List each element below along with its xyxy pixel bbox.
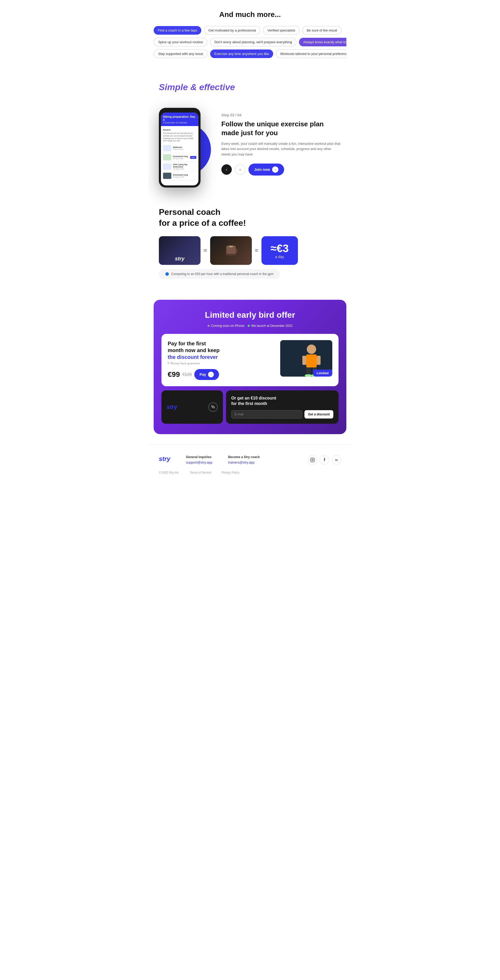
workout-name-2: Downward dog [173, 155, 188, 158]
tag-workouts-tailored[interactable]: Workouts tailored to your personal prefe… [276, 49, 346, 58]
tag-always-know[interactable]: Always know exactly what to do [299, 38, 346, 46]
phone-mockup: Hiking preparation: Day 3 4 Exercises 10… [159, 103, 211, 186]
tag-exercise-anywhere[interactable]: Exercise any time anywhere you like [210, 49, 273, 58]
tag-result[interactable]: Be sure of the result [303, 26, 341, 35]
discount-input-row: Get a discount [231, 410, 333, 418]
tags-section: And much more... Find a coach in a few t… [148, 0, 352, 67]
gym-image: stry [159, 236, 201, 265]
terms-link[interactable]: Terms of Service [190, 471, 211, 474]
phone-screen-title: Hiking preparation: Day 3 [163, 115, 196, 121]
coffee-image [210, 236, 252, 265]
step-desc: Every week, your coach will manually cre… [221, 141, 341, 157]
discount-card: Or get an €10 discountfor the first mont… [226, 390, 339, 424]
simple-section: Simple & effective Hiking preparation: D… [148, 67, 352, 202]
simple-content: Hiking preparation: Day 3 4 Exercises 10… [159, 103, 341, 186]
step-title: Follow the unique exercise plan made jus… [221, 120, 341, 137]
prev-button[interactable]: ‹ [221, 164, 232, 175]
phone-screen-header: Hiking preparation: Day 3 4 Exercises 10… [161, 113, 198, 126]
join-now-button[interactable]: Join now → [248, 164, 284, 175]
svg-point-4 [228, 246, 234, 247]
footer-main: stry General inquiries support@stry.app … [159, 455, 341, 465]
footer-become-email[interactable]: trainers@stry.app [228, 460, 260, 465]
main-heading: And much more... [154, 10, 346, 19]
profile-body: This workout will not only help you to a… [163, 132, 196, 142]
workout-sub-4: 30 reps 3 min [173, 176, 188, 178]
offer-image: Limited [280, 340, 332, 377]
price-box: ≈€3 a day [261, 236, 298, 265]
discount-title: Or get an €10 discountfor the first mont… [231, 396, 333, 407]
stry-logo-gym: stry [175, 256, 185, 262]
coffee-cup-icon [223, 244, 239, 257]
equals-2: = [255, 247, 258, 254]
workout-name-3: Side-Lying Hip Abduction [173, 163, 196, 168]
info-icon: 🔵 [165, 272, 169, 276]
profile-name: Eduard: [163, 129, 196, 131]
early-bird-section: Limited early bird offer Coming soon on … [154, 300, 346, 434]
svg-point-15 [312, 459, 313, 461]
percent-badge: % [209, 402, 218, 412]
workout-sub-3: 10 reps 5 min [173, 168, 196, 170]
badge-iphone: Coming soon on iPhone [207, 324, 245, 328]
facebook-icon[interactable]: f [320, 455, 329, 465]
workout-item-4: Downward dog 30 reps 3 min [163, 171, 196, 180]
workout-thumb-4 [163, 173, 171, 179]
info-icon-small: ℹ [168, 361, 169, 365]
privacy-link[interactable]: Privacy Policy [221, 471, 239, 474]
footer-general-email[interactable]: support@stry.app [186, 460, 212, 465]
footer-bottom: © 2022 Stry Inc. Terms of Service Privac… [159, 471, 341, 474]
limited-tag: Limited [313, 369, 332, 377]
offer-price: €99 [168, 370, 180, 379]
early-heading: Limited early bird offer [161, 310, 339, 320]
svg-rect-7 [306, 355, 317, 368]
linkedin-icon[interactable]: in [332, 455, 341, 465]
pay-button[interactable]: Pay → [194, 369, 219, 380]
money-back: ℹ *Money back guarantee [168, 361, 276, 365]
phone-screen-inner: Hiking preparation: Day 3 4 Exercises 10… [161, 113, 198, 183]
phone-frame: Hiking preparation: Day 3 4 Exercises 10… [159, 108, 211, 188]
next-button[interactable]: › [235, 164, 245, 175]
phone-screen: Hiking preparation: Day 3 4 Exercises 10… [161, 113, 198, 185]
step-content: Step 03 / 04 Follow the unique exercise … [221, 113, 341, 175]
footer-become: Become a Stry coach trainers@stry.app [228, 455, 260, 465]
footer-become-label: Become a Stry coach [228, 455, 260, 459]
copyright: © 2022 Stry Inc. [159, 471, 180, 474]
workout-info-1: Walkouts 2 min 15 min [173, 146, 183, 150]
badge-launch: We launch at December 2022 [248, 324, 293, 328]
workout-thumb-3 [163, 164, 171, 170]
coffee-heading: Personal coachfor a price of a coffee! [159, 207, 341, 228]
get-discount-button[interactable]: Get a discount [304, 410, 333, 418]
offer-card: Pay for the firstmonth now and keep the … [161, 334, 339, 386]
offer-discount-text: the discount forever [168, 354, 218, 360]
tag-verified[interactable]: Verified specialists [263, 26, 300, 35]
workout-item-3: Side-Lying Hip Abduction 10 reps 5 min [163, 162, 196, 171]
phone-notch [173, 110, 186, 113]
footer-logo: stry [159, 455, 170, 463]
simple-heading: Simple & effective [159, 82, 235, 92]
tags-row-1: Find a coach in a few taps Get motivated… [154, 26, 346, 35]
tags-row-3: Stay supported with any issue Exercise a… [154, 49, 346, 58]
footer-general-label: General inquiries [186, 455, 212, 459]
tag-motivated[interactable]: Get motivated by a professional [204, 26, 260, 35]
workout-thumb-2 [163, 154, 171, 161]
dot-apple [207, 325, 210, 327]
workout-thumb-1 [163, 145, 171, 151]
instagram-icon[interactable] [308, 455, 317, 465]
svg-rect-14 [311, 458, 315, 462]
workout-sub-2: 30 sec 5 min [173, 158, 188, 159]
phone-profile: Eduard: This workout will not only help … [163, 127, 196, 144]
workout-info-2: Downward dog 30 sec 5 min [173, 155, 188, 159]
tag-spice[interactable]: Spice up your workout routine [154, 38, 207, 46]
phone-outer: Hiking preparation: Day 3 4 Exercises 10… [159, 108, 201, 188]
stry-card: stry % [161, 390, 223, 424]
per-day-text: a day [275, 255, 284, 259]
email-input[interactable] [231, 410, 303, 418]
equals-1: = [204, 247, 207, 254]
offer-bottom-row: stry % Or get an €10 discountfor the fir… [161, 390, 339, 424]
tag-planning[interactable]: Don't worry about planning, we'll prepar… [210, 38, 296, 46]
tag-find-coach[interactable]: Find a coach in a few taps [154, 26, 201, 35]
tag-stay-supported[interactable]: Stay supported with any issue [154, 49, 207, 58]
footer-general: General inquiries support@stry.app [186, 455, 212, 465]
workout-name-4: Downward dog [173, 174, 188, 176]
footer: stry General inquiries support@stry.app … [148, 445, 352, 484]
footer-social: f in [308, 455, 341, 465]
